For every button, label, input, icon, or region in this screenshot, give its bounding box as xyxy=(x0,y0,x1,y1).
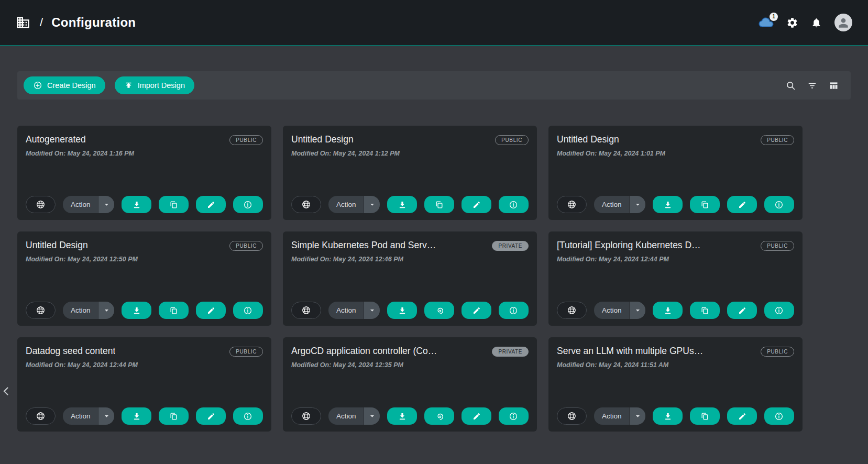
clone-button[interactable] xyxy=(424,302,454,319)
download-button[interactable] xyxy=(122,302,151,319)
edit-button[interactable] xyxy=(727,196,757,213)
info-button[interactable] xyxy=(233,302,263,319)
visibility-globe-button[interactable] xyxy=(291,302,321,319)
design-card[interactable]: Autogenerated PUBLIC Modified On: May 24… xyxy=(17,126,271,220)
breadcrumb-separator: / xyxy=(40,16,43,29)
download-icon xyxy=(132,412,141,421)
design-card[interactable]: Untitled Design PUBLIC Modified On: May … xyxy=(17,231,271,326)
create-design-button[interactable]: Create Design xyxy=(24,76,105,94)
clone-button[interactable] xyxy=(690,196,720,213)
edit-button[interactable] xyxy=(196,196,226,213)
action-dropdown-button[interactable] xyxy=(629,302,645,319)
action-button[interactable]: Action xyxy=(63,407,98,425)
design-card[interactable]: Datadog seed content PUBLIC Modified On:… xyxy=(17,337,271,432)
clone-button[interactable] xyxy=(159,407,189,425)
sidebar-collapse-button[interactable] xyxy=(0,385,13,397)
action-button[interactable]: Action xyxy=(63,302,98,319)
organization-building-icon[interactable] xyxy=(16,15,30,30)
info-button[interactable] xyxy=(499,196,529,213)
info-button[interactable] xyxy=(233,196,263,213)
action-button[interactable]: Action xyxy=(594,196,630,213)
action-dropdown-button[interactable] xyxy=(629,196,645,213)
action-button[interactable]: Action xyxy=(328,407,364,425)
info-button[interactable] xyxy=(764,196,794,213)
info-button[interactable] xyxy=(233,407,263,425)
info-button[interactable] xyxy=(499,302,529,319)
visibility-globe-button[interactable] xyxy=(26,196,56,213)
design-title: Simple Kubernetes Pod and Serv… xyxy=(291,240,436,251)
edit-button[interactable] xyxy=(462,302,491,319)
download-button[interactable] xyxy=(653,196,683,213)
action-dropdown-button[interactable] xyxy=(364,302,380,319)
info-button[interactable] xyxy=(764,407,794,425)
visibility-globe-button[interactable] xyxy=(557,302,587,319)
avatar[interactable] xyxy=(834,14,852,31)
card-header: Untitled Design PUBLIC xyxy=(291,134,529,145)
design-card[interactable]: ArgoCD application controller (Co… PRIVA… xyxy=(283,337,537,432)
visibility-globe-button[interactable] xyxy=(26,407,56,425)
filter-button[interactable] xyxy=(807,80,818,91)
download-button[interactable] xyxy=(387,302,417,319)
download-button[interactable] xyxy=(653,302,683,319)
design-card[interactable]: Untitled Design PUBLIC Modified On: May … xyxy=(548,126,803,220)
edit-button[interactable] xyxy=(462,407,491,425)
settings-button[interactable] xyxy=(786,17,798,29)
design-card[interactable]: [Tutorial] Exploring Kubernetes D… PUBLI… xyxy=(548,231,803,326)
edit-button[interactable] xyxy=(196,407,226,425)
design-card[interactable]: Simple Kubernetes Pod and Serv… PRIVATE … xyxy=(283,231,537,326)
edit-button[interactable] xyxy=(462,196,491,213)
download-button[interactable] xyxy=(387,407,417,425)
edit-button[interactable] xyxy=(196,302,226,319)
download-button[interactable] xyxy=(653,407,683,425)
download-button[interactable] xyxy=(122,196,151,213)
visibility-globe-button[interactable] xyxy=(291,196,321,213)
design-card[interactable]: Serve an LLM with multiple GPUs… PUBLIC … xyxy=(548,337,803,432)
visibility-globe-button[interactable] xyxy=(557,196,587,213)
chevron-down-icon xyxy=(368,200,377,209)
card-header: Untitled Design PUBLIC xyxy=(557,134,794,145)
clone-button[interactable] xyxy=(424,196,454,213)
design-title: [Tutorial] Exploring Kubernetes D… xyxy=(557,240,701,251)
design-title: Datadog seed content xyxy=(26,346,115,357)
info-button[interactable] xyxy=(499,407,529,425)
clone-button[interactable] xyxy=(159,302,189,319)
action-dropdown-button[interactable] xyxy=(98,302,114,319)
visibility-globe-button[interactable] xyxy=(557,407,587,425)
visibility-globe-button[interactable] xyxy=(26,302,56,319)
download-icon xyxy=(398,200,407,209)
edit-button[interactable] xyxy=(727,302,757,319)
copy-icon xyxy=(169,306,178,315)
provider-cloud-button[interactable]: 1 xyxy=(757,15,774,31)
action-dropdown-button[interactable] xyxy=(364,407,380,425)
pencil-icon xyxy=(207,306,215,315)
info-button[interactable] xyxy=(764,302,794,319)
action-dropdown-button[interactable] xyxy=(629,407,645,425)
action-split-button: Action xyxy=(63,407,115,425)
download-icon xyxy=(663,412,673,421)
clone-button[interactable] xyxy=(690,407,720,425)
action-button[interactable]: Action xyxy=(594,407,630,425)
clone-button[interactable] xyxy=(159,196,189,213)
action-button[interactable]: Action xyxy=(594,302,630,319)
clone-button[interactable] xyxy=(690,302,720,319)
clone-button[interactable] xyxy=(424,407,454,425)
import-design-button[interactable]: Import Design xyxy=(115,76,194,94)
visibility-globe-button[interactable] xyxy=(291,407,321,425)
action-dropdown-button[interactable] xyxy=(98,407,114,425)
download-button[interactable] xyxy=(387,196,417,213)
design-card[interactable]: Untitled Design PUBLIC Modified On: May … xyxy=(283,126,537,220)
action-dropdown-button[interactable] xyxy=(364,196,380,213)
action-button[interactable]: Action xyxy=(328,302,364,319)
action-button[interactable]: Action xyxy=(328,196,364,213)
action-button[interactable]: Action xyxy=(63,196,98,213)
notifications-button[interactable] xyxy=(811,17,822,28)
edit-button[interactable] xyxy=(727,407,757,425)
action-split-button: Action xyxy=(594,302,646,319)
info-icon xyxy=(243,200,252,209)
action-dropdown-button[interactable] xyxy=(98,196,114,213)
modified-date: Modified On: May 24, 2024 1:12 PM xyxy=(291,150,529,157)
app-header: / Configuration 1 xyxy=(0,0,868,46)
table-view-button[interactable] xyxy=(828,80,839,91)
search-button[interactable] xyxy=(785,80,796,91)
download-button[interactable] xyxy=(122,407,151,425)
